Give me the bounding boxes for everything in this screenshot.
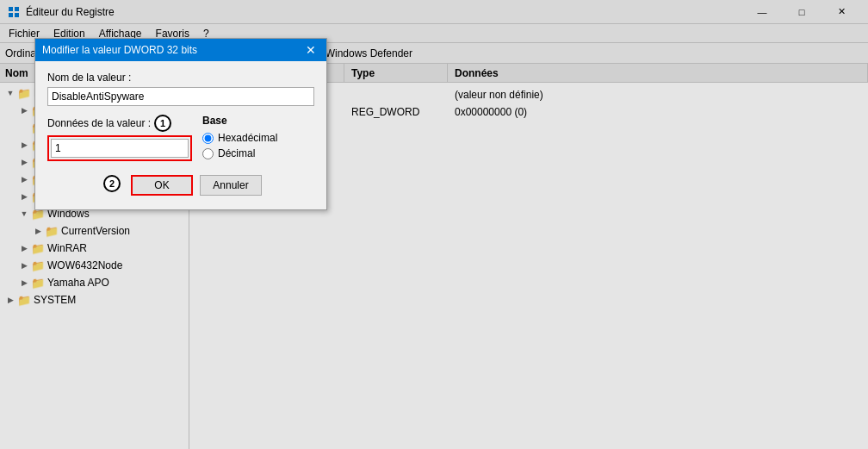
dialog-dword: Modifier la valeur DWORD 32 bits ✕ Nom d… — [34, 38, 327, 210]
radio-dec-label: Décimal — [218, 147, 255, 159]
dialog-title-bar: Modifier la valeur DWORD 32 bits ✕ — [35, 39, 326, 61]
dialog-buttons: 2 OK Annuler — [47, 175, 314, 199]
dialog-data-input[interactable] — [51, 139, 189, 158]
dialog-name-label: Nom de la valeur : — [47, 72, 314, 84]
dialog-data-row: Données de la valeur : 1 Base Hexadécima… — [47, 115, 314, 163]
dialog-data-label: Données de la valeur : — [47, 117, 151, 129]
step1-circle: 1 — [154, 115, 171, 132]
ok-button[interactable]: OK — [131, 175, 193, 196]
dialog-title: Modifier la valeur DWORD 32 bits — [42, 44, 302, 56]
dialog-overlay: Modifier la valeur DWORD 32 bits ✕ Nom d… — [0, 0, 868, 449]
radio-decimal[interactable]: Décimal — [202, 147, 314, 159]
base-label: Base — [202, 115, 314, 127]
step2-circle: 2 — [103, 175, 121, 192]
radio-hex-input[interactable] — [202, 133, 214, 144]
dialog-body: Nom de la valeur : Données de la valeur … — [35, 61, 326, 209]
value-input-wrapper — [47, 135, 192, 161]
radio-hex-label: Hexadécimal — [218, 132, 277, 144]
dialog-base-section: Base Hexadécimal Décimal — [202, 115, 314, 163]
dialog-name-input[interactable] — [47, 87, 314, 106]
radio-hexadecimal[interactable]: Hexadécimal — [202, 132, 314, 144]
dialog-close-button[interactable]: ✕ — [302, 41, 319, 59]
radio-dec-input[interactable] — [202, 148, 214, 159]
dialog-value-section: Données de la valeur : 1 — [47, 115, 192, 163]
cancel-button[interactable]: Annuler — [200, 175, 262, 196]
value-label-row: Données de la valeur : 1 — [47, 115, 192, 132]
